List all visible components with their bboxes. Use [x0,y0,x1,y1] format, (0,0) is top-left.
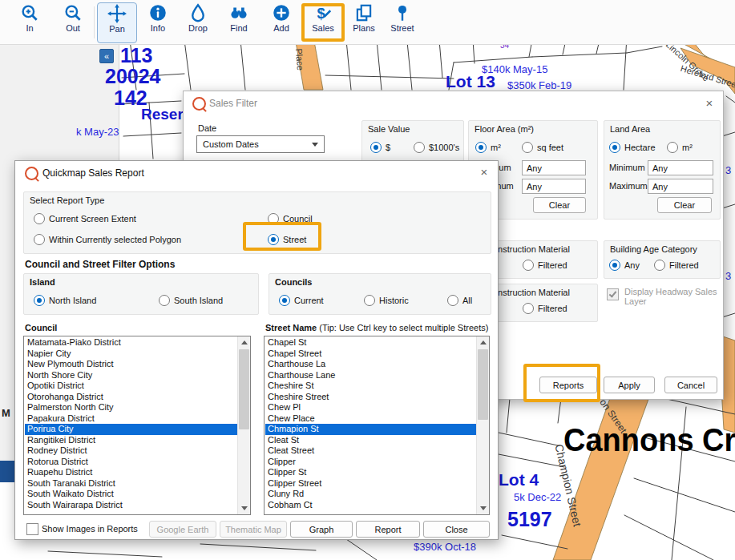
tool-zoom-in[interactable]: In [10,2,49,42]
council-scrollbar[interactable] [237,336,250,514]
thematic-map-button[interactable]: Thematic Map [220,521,287,538]
tool-info[interactable]: Info [139,2,177,42]
sale-value-thousands-radio[interactable]: $1000's [414,142,459,153]
scroll-down-icon[interactable] [477,502,489,514]
show-images-label: Show Images in Reports [42,524,138,534]
floor-area-sqfeet-radio[interactable]: sq feet [522,142,563,153]
floor-area-clear-button[interactable]: Clear [533,197,586,213]
collapse-panel-button[interactable]: « [99,49,114,63]
land-area-minimum-field[interactable]: Any [648,160,713,175]
list-item[interactable]: South Wairarapa District [25,500,237,511]
google-earth-button[interactable]: Google Earth [149,521,216,538]
list-item[interactable]: Cobham Ct [265,500,476,511]
list-item[interactable]: Cleat St [265,435,476,446]
councils-historic-radio[interactable]: Historic [364,295,409,306]
tool-sales[interactable]: $ Sales [304,2,342,42]
list-item[interactable]: Chew Pl [265,402,476,413]
land-area-m2-radio[interactable]: m² [667,142,693,153]
north-island-radio[interactable]: North Island [34,295,96,306]
list-item[interactable]: Clipper Street [265,478,476,489]
sale-value-title: Sale Value [368,124,410,134]
list-item[interactable]: Matamata-Piako District [25,337,237,348]
street-scrollbar[interactable] [476,336,489,514]
tool-find[interactable]: Find [220,2,258,42]
pan-icon [107,3,127,24]
list-item[interactable]: Rangitikei District [25,435,237,446]
list-item[interactable]: Charthouse Lane [265,370,476,381]
list-item[interactable]: South Waikato District [25,489,237,500]
list-item[interactable]: Chapel St [265,337,476,348]
council-listbox[interactable]: Matamata-Piako DistrictNapier CityNew Pl… [23,336,251,515]
close-icon[interactable]: × [477,165,491,179]
scrollbar-thumb[interactable] [478,349,488,420]
construction-material-filtered-radio[interactable]: Filtered [523,260,567,271]
report-button[interactable]: Report [356,521,420,538]
apply-button[interactable]: Apply [604,377,655,393]
date-range-select[interactable]: Custom Dates [196,135,325,153]
list-item[interactable]: South Taranaki District [25,478,237,489]
list-item[interactable]: Opotiki District [25,381,237,392]
floor-area-minimum-field[interactable]: Any [522,160,586,175]
building-age-filtered-radio[interactable]: Filtered [654,260,699,271]
tool-label: In [26,23,33,33]
council-list-rows: Matamata-Piako DistrictNapier CityNew Pl… [25,337,237,514]
street-listbox[interactable]: Chapel StChapel StreetCharthouse LaChart… [264,336,490,515]
scroll-up-icon[interactable] [238,336,250,348]
list-item[interactable]: Ruapehu District [25,467,237,478]
report-type-council-radio[interactable]: Council [268,213,313,224]
report-type-street-radio[interactable]: Street [268,234,306,245]
list-item[interactable]: Rotorua District [25,457,237,468]
land-area-maximum-field[interactable]: Any [648,179,713,194]
list-item[interactable]: Rodney District [25,445,237,457]
south-island-radio[interactable]: South Island [159,295,223,306]
scroll-up-icon[interactable] [477,336,489,348]
list-item[interactable]: Napier City [25,348,237,360]
list-item[interactable]: Cheshire St [265,381,476,392]
list-item[interactable]: Charthouse La [265,359,476,370]
show-images-checkbox[interactable] [26,523,38,535]
construction-material-filtered-radio[interactable]: Filtered [523,303,567,314]
scroll-down-icon[interactable] [238,502,250,514]
land-area-hectare-radio[interactable]: Hectare [609,142,656,153]
sale-value-dollar-radio[interactable]: $ [370,142,390,153]
list-item[interactable]: Papakura District [25,413,237,425]
councils-current-radio[interactable]: Current [279,295,324,306]
land-area-clear-button[interactable]: Clear [657,197,712,213]
floor-area-m2-radio[interactable]: m² [475,142,501,153]
report-type-polygon-radio[interactable]: Within Currently selected Polygon [34,234,181,245]
tool-zoom-out[interactable]: Out [54,2,92,42]
headway-layer-checkbox[interactable] [607,288,619,300]
list-item[interactable]: Otorohanga District [25,392,237,403]
list-item[interactable]: Clipper [265,457,476,468]
list-item[interactable]: Porirua City [25,424,237,435]
tool-street[interactable]: Street [383,2,422,42]
list-item[interactable]: Cheshire Street [265,392,476,403]
list-item[interactable]: Clipper St [265,467,476,478]
cancel-button[interactable]: Cancel [664,377,717,393]
report-type-screen-extent-radio[interactable]: Current Screen Extent [34,213,136,224]
close-icon[interactable]: × [702,96,717,111]
list-item[interactable]: Chew Place [265,413,476,425]
list-item[interactable]: Chmapion St [265,424,476,435]
tool-label: Drop [188,23,208,33]
floor-area-maximum-field[interactable]: Any [522,179,586,194]
graph-button[interactable]: Graph [290,521,353,538]
reports-button[interactable]: Reports [539,377,597,393]
tool-drop[interactable]: Drop [179,2,217,42]
tool-pan[interactable]: Pan [97,2,137,43]
tool-plans[interactable]: Plans [345,2,383,42]
close-button[interactable]: Close [423,521,490,538]
list-item[interactable]: Palmerston North City [25,402,237,413]
find-icon [228,2,249,23]
councils-all-radio[interactable]: All [447,295,472,306]
toolbar-divider [94,6,95,38]
list-item[interactable]: Cleat Street [265,445,476,457]
list-item[interactable]: New Plymouth District [25,359,237,370]
scrollbar-thumb[interactable] [239,349,249,429]
tool-add[interactable]: Add [262,2,301,42]
building-age-any-radio[interactable]: Any [609,260,640,271]
list-item[interactable]: Cluny Rd [265,489,476,500]
list-item[interactable]: Chapel Street [265,348,476,360]
list-item[interactable]: North Shore City [25,370,237,381]
date-range-value: Custom Dates [203,139,259,149]
